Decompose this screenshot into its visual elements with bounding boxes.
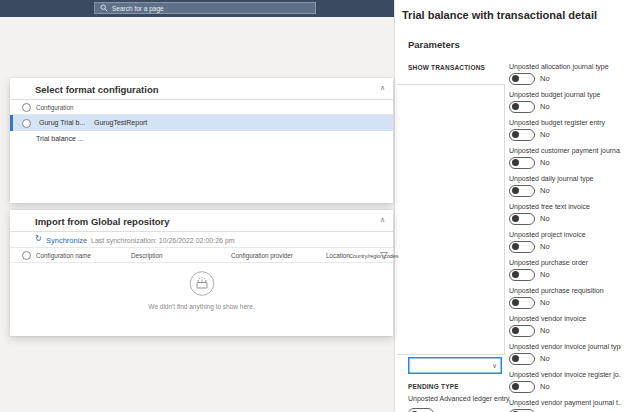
chevron-up-icon[interactable]: ∧ xyxy=(380,84,385,92)
toggle-switch[interactable]: No xyxy=(509,212,621,225)
import-global-repository-dialog: Import from Global repository ∧ ↻ Synchr… xyxy=(10,210,393,336)
empty-box-icon xyxy=(189,271,214,296)
toggle-switch[interactable] xyxy=(408,406,434,412)
filter-funnel-icon[interactable] xyxy=(380,252,388,260)
toggle-label: Unposted daily journal type xyxy=(509,174,621,183)
transactions-listbox[interactable] xyxy=(397,84,505,355)
trial-balance-pane: Trial balance with transactional detail … xyxy=(394,0,624,412)
select-all-radio[interactable] xyxy=(22,251,31,260)
toggle-switch[interactable]: No xyxy=(509,156,621,169)
row-radio[interactable] xyxy=(22,119,31,128)
chevron-down-icon: ∨ xyxy=(492,362,497,369)
toggle-label: Unposted customer payment journa... xyxy=(509,146,621,155)
select-all-radio[interactable] xyxy=(22,103,31,112)
toggle-switch[interactable]: No xyxy=(509,100,621,113)
search-input[interactable]: Search for a page xyxy=(94,2,316,14)
toggle-label: Unposted purchase order xyxy=(509,258,621,267)
empty-state-text: We didn't find anything to show here. xyxy=(10,303,393,310)
page-title: Trial balance with transactional detail xyxy=(402,9,620,21)
toggle-label: Unposted vendor invoice xyxy=(509,314,621,323)
toggle-label: Unposted vendor payment journal t... xyxy=(509,398,621,407)
column-header: Configuration xyxy=(36,104,73,111)
column-header: Location xyxy=(326,252,350,259)
combobox[interactable]: ∨ xyxy=(408,357,502,374)
chevron-up-icon[interactable]: ∧ xyxy=(380,216,385,224)
column-header: Country/region codes xyxy=(349,253,398,259)
toggle-label: Unposted budget journal type xyxy=(509,90,621,99)
toggle-switch[interactable]: No xyxy=(509,408,621,412)
toggle-switch[interactable]: No xyxy=(509,72,621,85)
column-header: Configuration name xyxy=(36,252,91,259)
column-header: Description xyxy=(131,252,163,259)
toggle-switch[interactable]: No xyxy=(509,240,621,253)
toggle-label: Unposted vendor invoice register jo... xyxy=(509,370,621,379)
toggle-label: Unposted budget register entry xyxy=(509,118,621,127)
toggle-label: Unposted allocation journal type xyxy=(509,62,621,71)
toggle-label: Unposted purchase requisition xyxy=(509,286,621,295)
sync-icon: ↻ xyxy=(35,235,42,243)
toggle-label: Unposted vendor invoice journal type xyxy=(509,342,621,351)
search-icon xyxy=(100,4,108,12)
toggle-switch[interactable]: No xyxy=(509,352,621,365)
toggle-label: Unposted project invoice xyxy=(509,230,621,239)
configuration-detail: GurugTestReport xyxy=(94,119,147,126)
table-row[interactable]: Gurug Trial b... GurugTestReport xyxy=(10,115,393,131)
show-transactions-label: SHOW TRANSACTIONS xyxy=(408,64,485,71)
synchronize-button[interactable]: Synchronize xyxy=(46,236,87,245)
toggle-switch[interactable]: No xyxy=(509,324,621,337)
toggle-switch[interactable]: No xyxy=(509,268,621,281)
pending-type-label: PENDING TYPE xyxy=(408,383,459,390)
select-format-configuration-dialog: Select format configuration ∧ Configurat… xyxy=(10,78,393,203)
toggle-switch[interactable]: No xyxy=(509,296,621,309)
table-row[interactable]: Trial balance ... xyxy=(10,131,393,147)
toggle-label: Unposted free text invoice xyxy=(509,202,621,211)
toggle-switch[interactable]: No xyxy=(509,380,621,393)
toggle-switch[interactable]: No xyxy=(509,184,621,197)
dialog-title: Import from Global repository xyxy=(35,216,170,227)
dialog-title: Select format configuration xyxy=(35,84,159,95)
search-placeholder: Search for a page xyxy=(112,5,164,12)
configuration-name: Gurug Trial b... xyxy=(39,119,85,126)
parameters-section-label: Parameters xyxy=(408,39,460,50)
last-synchronization-text: Last synchronization: 10/26/2022 02:00:2… xyxy=(91,237,235,244)
configuration-name: Trial balance ... xyxy=(36,135,84,142)
pending-item-label: Unposted Advanced ledger entry xyxy=(408,395,510,402)
show-transactions-toggles: Unposted allocation journal typeNo Unpos… xyxy=(509,62,621,412)
column-header: Configuration provider xyxy=(231,252,293,259)
toggle-switch[interactable]: No xyxy=(509,128,621,141)
